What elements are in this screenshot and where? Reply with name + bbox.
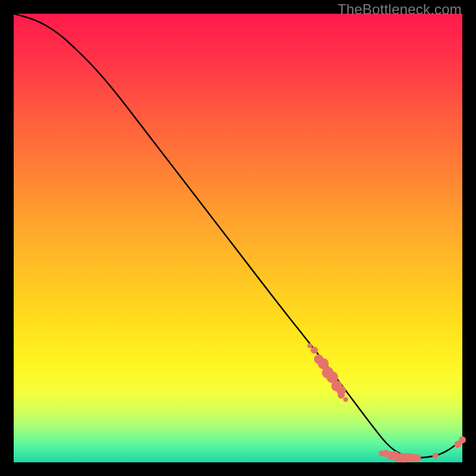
data-point [343, 397, 348, 402]
data-point [311, 346, 318, 353]
data-point [433, 453, 439, 459]
data-point [337, 392, 345, 399]
data-point [308, 343, 312, 348]
data-point [414, 454, 421, 461]
data-point [459, 436, 466, 443]
bottleneck-curve [14, 14, 462, 458]
chart-svg [14, 14, 462, 462]
outer-frame: TheBottleneck.com [0, 0, 476, 476]
